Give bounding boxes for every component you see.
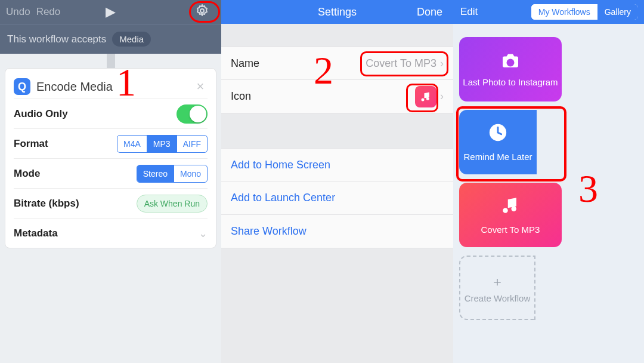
seg-my-workflows[interactable]: My Workflows	[531, 4, 597, 20]
mode-opt-mono[interactable]: Mono	[174, 165, 207, 182]
settings-body: Name Covert To MP3› Icon › Add to Home S…	[221, 24, 453, 248]
label-mode: Mode	[14, 168, 137, 180]
chevron-right-icon: ›	[440, 57, 444, 70]
workflow-tile-grid: Last Photo to Instagram Remind Me Later …	[453, 24, 644, 333]
clock-icon	[488, 122, 508, 147]
action-card-header: Q Encode Media ×	[14, 75, 208, 99]
row-audio-only: Audio Only	[14, 99, 208, 128]
cell-add-launch[interactable]: Add to Launch Center	[221, 182, 453, 215]
tile-label: Create Workflow	[465, 293, 531, 303]
format-opt-m4a[interactable]: M4A	[117, 136, 147, 152]
close-icon[interactable]: ×	[193, 79, 208, 94]
accepts-type-pill[interactable]: Media	[112, 32, 151, 47]
chevron-right-icon: ›	[440, 90, 444, 103]
cell-add-home[interactable]: Add to Home Screen	[221, 148, 453, 182]
name-value: Covert To MP3›	[366, 57, 444, 70]
home-topbar: Edit My Workflows Gallery	[453, 0, 644, 24]
camera-icon	[500, 52, 521, 72]
editor-topbar: Undo Redo ▶	[0, 0, 221, 24]
segmented-library[interactable]: My Workflows Gallery	[531, 4, 638, 20]
row-metadata[interactable]: Metadata ⌄	[14, 218, 208, 248]
cell-icon[interactable]: Icon ›	[221, 80, 453, 113]
link-add-launch: Add to Launch Center	[231, 192, 335, 204]
label-metadata: Metadata	[14, 227, 195, 239]
tile-remind-me-later[interactable]: Remind Me Later	[459, 110, 537, 174]
cell-share-workflow[interactable]: Share Workflow	[221, 215, 453, 248]
workflow-accepts-bar: This workflow accepts Media	[0, 24, 221, 54]
edit-button[interactable]: Edit	[460, 6, 478, 18]
tile-last-photo-instagram[interactable]: Last Photo to Instagram	[459, 37, 562, 101]
annotation-circle-gear	[189, 1, 220, 23]
row-mode: Mode Stereo Mono	[14, 158, 208, 188]
tile-label: Covert To MP3	[481, 224, 540, 235]
redo-button[interactable]: Redo	[36, 6, 61, 18]
settings-title: Settings	[318, 6, 357, 19]
label-format: Format	[14, 138, 117, 150]
action-card-encode-media: Q Encode Media × Audio Only Format M4A M…	[5, 68, 216, 248]
switch-audio-only[interactable]	[177, 104, 208, 124]
music-icon	[415, 86, 436, 107]
link-share-workflow: Share Workflow	[231, 225, 306, 238]
name-label: Name	[231, 57, 366, 70]
chevron-down-icon: ⌄	[199, 227, 208, 240]
flow-connector	[107, 54, 115, 68]
format-opt-aiff[interactable]: AIFF	[177, 136, 207, 152]
undo-button[interactable]: Undo	[6, 6, 30, 18]
label-audio-only: Audio Only	[14, 108, 177, 120]
label-bitrate: Bitrate (kbps)	[14, 198, 137, 210]
icon-label: Icon	[231, 90, 415, 103]
row-bitrate: Bitrate (kbps) Ask When Run	[14, 188, 208, 218]
tile-convert-to-mp3[interactable]: Covert To MP3	[459, 183, 562, 247]
quicktime-icon: Q	[14, 78, 30, 95]
segmented-mode[interactable]: Stereo Mono	[137, 165, 208, 183]
tile-label: Remind Me Later	[463, 152, 532, 162]
plus-icon: ＋	[491, 273, 504, 291]
bitrate-ask-button[interactable]: Ask When Run	[137, 195, 208, 213]
music-icon	[500, 195, 521, 220]
editor-workflow-panel: Undo Redo ▶ This workflow accepts Media …	[0, 0, 221, 363]
link-add-home: Add to Home Screen	[231, 159, 330, 171]
tile-create-workflow[interactable]: ＋ Create Workflow	[459, 256, 535, 320]
row-format: Format M4A MP3 AIFF	[14, 128, 208, 158]
play-icon[interactable]: ▶	[106, 4, 116, 20]
mode-opt-stereo[interactable]: Stereo	[137, 165, 174, 182]
workflows-home-panel: Edit My Workflows Gallery Last Photo to …	[453, 0, 644, 363]
action-card-title: Encode Media	[36, 80, 193, 94]
done-button[interactable]: Done	[417, 6, 442, 19]
icon-value: ›	[415, 86, 444, 107]
accepts-text: This workflow accepts	[7, 33, 106, 45]
format-opt-mp3[interactable]: MP3	[147, 136, 177, 152]
cell-name[interactable]: Name Covert To MP3›	[221, 47, 453, 80]
seg-gallery[interactable]: Gallery	[597, 4, 638, 20]
editor-canvas: Q Encode Media × Audio Only Format M4A M…	[0, 54, 221, 363]
segmented-format[interactable]: M4A MP3 AIFF	[117, 135, 208, 153]
settings-topbar: Settings Done	[221, 0, 453, 24]
tile-label: Last Photo to Instagram	[463, 77, 558, 87]
settings-panel: Settings Done Name Covert To MP3› Icon ›…	[221, 0, 453, 363]
